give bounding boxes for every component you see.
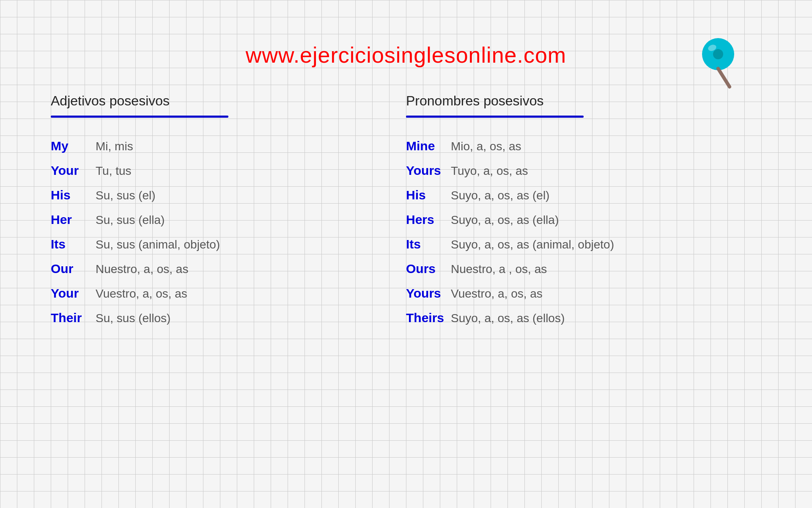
spanish-translation: Vuestro, a, os, as (451, 283, 543, 304)
spanish-translation: Tu, tus (96, 160, 132, 182)
spanish-translation: Nuestro, a , os, as (451, 259, 547, 280)
english-word: Its (406, 233, 444, 256)
list-item: Your Tu, tus (51, 159, 406, 182)
left-word-list: My Mi, mis Your Tu, tus His Su, sus (el)… (51, 135, 406, 329)
spanish-translation: Tuyo, a, os, as (451, 160, 528, 182)
english-word: Hers (406, 208, 444, 231)
english-word: Ours (406, 257, 444, 280)
english-word: His (51, 184, 89, 207)
right-section-title: Pronombres posesivos (406, 93, 761, 109)
left-section-underline (51, 116, 228, 118)
spanish-translation: Mio, a, os, as (451, 136, 521, 157)
english-word: Our (51, 257, 89, 280)
english-word: Its (51, 233, 89, 256)
english-word: His (406, 184, 444, 207)
left-section: Adjetivos posesivos My Mi, mis Your Tu, … (51, 93, 406, 329)
list-item: Yours Vuestro, a, os, as (406, 282, 761, 305)
list-item: Ours Nuestro, a , os, as (406, 257, 761, 280)
spanish-translation: Mi, mis (96, 136, 133, 157)
website-url: www.ejerciciosinglesonline.com (0, 0, 812, 68)
spanish-translation: Suyo, a, os, as (animal, objeto) (451, 234, 614, 255)
list-item: Her Su, sus (ella) (51, 208, 406, 231)
list-item: Our Nuestro, a, os, as (51, 257, 406, 280)
spanish-translation: Suyo, a, os, as (ella) (451, 210, 559, 231)
spanish-translation: Su, sus (ella) (96, 210, 165, 231)
list-item: Your Vuestro, a, os, as (51, 282, 406, 305)
english-word: Mine (406, 135, 444, 157)
list-item: His Su, sus (el) (51, 184, 406, 207)
list-item: His Suyo, a, os, as (el) (406, 184, 761, 207)
english-word: Theirs (406, 306, 444, 329)
list-item: Yours Tuyo, a, os, as (406, 159, 761, 182)
list-item: Its Su, sus (animal, objeto) (51, 233, 406, 256)
english-word: Her (51, 208, 89, 231)
svg-line-2 (718, 69, 730, 87)
english-word: Your (51, 159, 89, 182)
right-section-underline (406, 116, 584, 118)
list-item: Mine Mio, a, os, as (406, 135, 761, 157)
spanish-translation: Nuestro, a, os, as (96, 259, 188, 280)
spanish-translation: Su, sus (animal, objeto) (96, 234, 220, 255)
list-item: Their Su, sus (ellos) (51, 306, 406, 329)
english-word: Your (51, 282, 89, 305)
english-word: My (51, 135, 89, 157)
spanish-translation: Su, sus (ellos) (96, 308, 170, 329)
left-section-title: Adjetivos posesivos (51, 93, 406, 109)
spanish-translation: Vuestro, a, os, as (96, 283, 187, 304)
right-section: Pronombres posesivos Mine Mio, a, os, as… (406, 93, 761, 329)
content-area: Adjetivos posesivos My Mi, mis Your Tu, … (0, 93, 812, 329)
list-item: Theirs Suyo, a, os, as (ellos) (406, 306, 761, 329)
english-word: Their (51, 306, 89, 329)
svg-point-1 (713, 49, 723, 59)
right-word-list: Mine Mio, a, os, as Yours Tuyo, a, os, a… (406, 135, 761, 329)
spanish-translation: Su, sus (el) (96, 185, 156, 206)
english-word: Yours (406, 282, 444, 305)
list-item: My Mi, mis (51, 135, 406, 157)
spanish-translation: Suyo, a, os, as (ellos) (451, 308, 565, 329)
pushpin-icon (694, 34, 744, 85)
list-item: Hers Suyo, a, os, as (ella) (406, 208, 761, 231)
spanish-translation: Suyo, a, os, as (el) (451, 185, 549, 206)
list-item: Its Suyo, a, os, as (animal, objeto) (406, 233, 761, 256)
english-word: Yours (406, 159, 444, 182)
